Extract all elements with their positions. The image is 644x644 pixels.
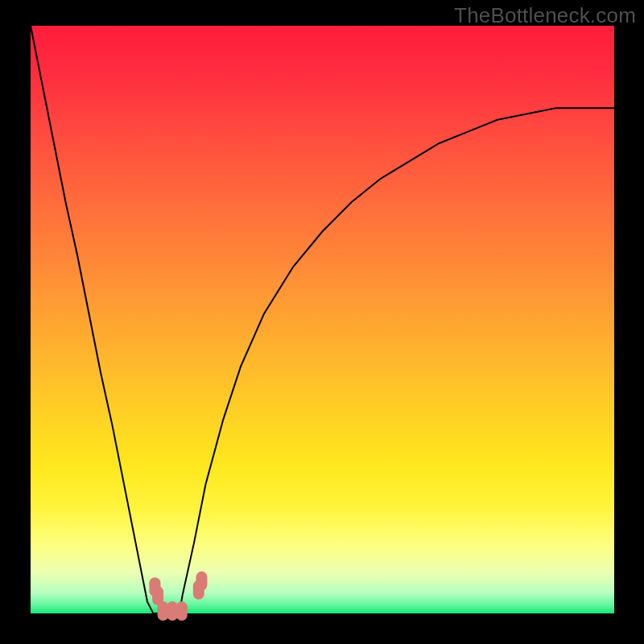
data-marker — [176, 601, 188, 621]
chart-stage: TheBottleneck.com — [0, 0, 644, 644]
data-marker — [196, 572, 207, 591]
watermark-text: TheBottleneck.com — [454, 3, 636, 28]
bottleneck-chart — [0, 0, 644, 644]
